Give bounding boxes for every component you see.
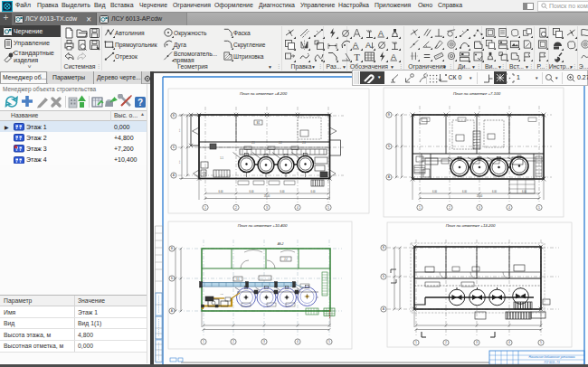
svg-text:3: 3 [263,340,265,343]
svg-text:6.00: 6.00 [218,190,223,193]
svg-text:6.00: 6.00 [462,190,468,193]
svg-text:?: ? [138,98,143,108]
svg-text:4.5: 4.5 [220,293,223,296]
svg-text:6.00: 6.00 [522,190,527,193]
svg-text:АБ-2: АБ-2 [277,242,284,246]
svg-text:18.00: 18.00 [264,194,270,198]
svg-text:A: A [353,41,358,50]
svg-text:2.2: 2.2 [284,258,288,261]
svg-text:6.00: 6.00 [432,190,438,193]
svg-text:6.0: 6.0 [178,160,181,164]
svg-text:5: 5 [327,206,329,210]
svg-text:2.2: 2.2 [279,141,282,145]
svg-text:6.00: 6.00 [310,190,316,193]
svg-text:4: 4 [297,340,299,343]
svg-text:1: 1 [419,206,421,210]
svg-text:5: 5 [328,340,330,343]
svg-text:A: A [391,52,396,61]
svg-text:2: 2 [449,206,450,210]
svg-text:4: 4 [508,206,510,210]
svg-text:2: 2 [232,340,234,343]
svg-text:План на отметке +10.400: План на отметке +10.400 [238,223,288,228]
svg-text:5: 5 [540,341,542,344]
svg-text:4: 4 [297,206,299,210]
svg-text:3: 3 [476,341,478,344]
svg-text:6.0: 6.0 [178,128,181,132]
svg-text:1: 1 [203,340,204,343]
svg-text:3: 3 [479,206,480,210]
svg-text:1.1: 1.1 [236,278,240,281]
svg-text:План на отметке +7.100: План на отметке +7.100 [453,91,501,96]
svg-text:6.00: 6.00 [492,190,498,193]
svg-text:План на отметке +4.200: План на отметке +4.200 [240,91,288,96]
svg-text:1: 1 [415,341,417,344]
svg-text:6.00: 6.00 [249,190,254,193]
svg-text:18.00: 18.00 [477,194,483,198]
svg-text:A: A [378,29,384,38]
svg-text:2.1: 2.1 [251,141,255,145]
svg-text:1: 1 [204,206,206,210]
svg-text:3: 3 [266,206,268,210]
svg-text:A: A [365,41,371,50]
svg-text:В1: В1 [257,121,261,125]
svg-text:6.00: 6.00 [280,190,285,193]
svg-text:4: 4 [508,341,510,344]
svg-text:Начальная добавочная установка: Начальная добавочная установка [529,355,575,359]
svg-text:T: T [354,52,360,62]
svg-text:5: 5 [538,206,540,210]
svg-text:2: 2 [235,206,237,210]
svg-text:План на отметке +13.200: План на отметке +13.200 [446,223,496,228]
svg-text:2.3: 2.3 [302,141,306,145]
svg-text:1-1: 1-1 [220,156,223,160]
svg-text:2: 2 [445,341,447,344]
